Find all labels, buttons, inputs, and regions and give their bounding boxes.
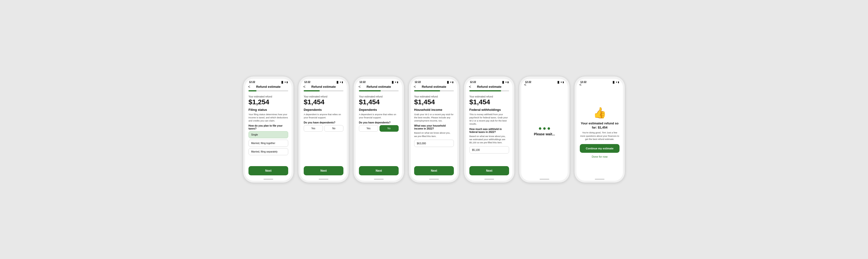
next-button-3[interactable]: Next <box>359 166 399 175</box>
nav-bar-6: < <box>521 84 568 86</box>
wifi-icon-4: ▾ <box>450 81 452 83</box>
wifi-icon-6: ▾ <box>561 81 562 83</box>
yn-row-3: Yes No <box>359 125 399 132</box>
wifi-icon-7: ▾ <box>616 81 617 83</box>
back-button-4[interactable]: < <box>414 85 416 89</box>
refund-amount-2: $1,454 <box>304 98 343 106</box>
section-desc-2: A dependent is anyone that relies on you… <box>304 113 343 119</box>
battery-icon-6: ▮ <box>563 81 564 83</box>
back-button-2[interactable]: < <box>303 85 305 89</box>
question-label-2: Do you have dependents? <box>304 121 343 124</box>
section-title-2: Dependents <box>304 108 343 112</box>
section-desc-4: Grab your W-2 or a recent pay stub for t… <box>414 113 454 122</box>
option-married-together[interactable]: Married, filing together <box>248 140 288 147</box>
next-button-1[interactable]: Next <box>248 166 288 175</box>
content-1: Your estimated refund $1,254 Filing stat… <box>245 93 291 177</box>
no-button-3[interactable]: No <box>379 125 399 132</box>
question-label-1: How do you plan to file your taxes? <box>248 124 288 130</box>
back-button-5[interactable]: < <box>469 85 471 89</box>
home-indicator-3 <box>355 177 402 181</box>
next-button-5[interactable]: Next <box>469 166 509 175</box>
phone-screen-3: 12:22 ▐▌ ▾ ▮ < Refund estimate Your esti… <box>353 76 404 183</box>
home-indicator-1 <box>245 177 291 181</box>
battery-icon: ▮ <box>286 81 288 83</box>
wifi-icon-3: ▾ <box>395 81 396 83</box>
section-title-1: Filing status <box>248 108 288 112</box>
content-2: Your estimated refund $1,454 Dependents … <box>300 93 347 177</box>
section-desc-1: Your filing status determines how your i… <box>248 113 288 122</box>
section-desc-5: This is money withheld from your paychec… <box>469 113 509 125</box>
back-button-6[interactable]: < <box>524 83 526 87</box>
dot-3 <box>548 127 550 130</box>
battery-icon-5: ▮ <box>507 81 508 83</box>
status-time-3: 12:22 <box>360 81 366 83</box>
withholdings-input-5[interactable]: $5,100 <box>469 146 509 153</box>
progress-bar-1 <box>245 89 291 93</box>
section-title-4: Household income <box>414 108 454 112</box>
phone-screen-7: 12:22 ▐▌ ▾ ▮ < 👍 Your estimated refund s… <box>574 76 625 183</box>
home-indicator-6 <box>521 177 568 181</box>
final-desc: You're doing good, Tim! Just a few more … <box>580 131 620 141</box>
content-5: Your estimated refund $1,454 Federal wit… <box>466 93 513 177</box>
phone-screen-2: 12:22 ▐▌ ▾ ▮ < Refund estimate Your esti… <box>298 76 349 183</box>
wifi-icon-2: ▾ <box>340 81 341 83</box>
final-title: Your estimated refund so far: $1,454 <box>580 121 620 130</box>
yn-row-2: Yes No <box>304 125 343 132</box>
income-input-4[interactable]: $63,000 <box>414 140 454 147</box>
phone-screen-5: 12:22 ▐▌ ▾ ▮ < Refund estimate Your esti… <box>464 76 515 183</box>
status-bar-3: 12:22 ▐▌ ▾ ▮ <box>355 79 402 84</box>
section-title-5: Federal withholdings <box>469 108 509 112</box>
option-single[interactable]: Single <box>248 131 288 138</box>
status-icons-6: ▐▌ ▾ ▮ <box>557 81 564 83</box>
next-button-2[interactable]: Next <box>304 166 343 175</box>
yes-button-2[interactable]: Yes <box>304 125 323 132</box>
yes-button-3[interactable]: Yes <box>359 125 378 132</box>
signal-icon-7: ▐▌ <box>612 81 615 83</box>
status-icons-2: ▐▌ ▾ ▮ <box>336 81 343 83</box>
signal-icon-2: ▐▌ <box>336 81 339 83</box>
refund-label-5: Your estimated refund <box>469 95 509 98</box>
option-married-separately[interactable]: Married, filing separately <box>248 148 288 155</box>
signal-icon: ▐▌ <box>281 81 284 83</box>
home-indicator-2 <box>300 177 347 181</box>
status-time-1: 12:22 <box>249 81 255 83</box>
dot-2 <box>543 127 546 130</box>
status-icons-5: ▐▌ ▾ ▮ <box>502 81 508 83</box>
option-list-1: Single Married, filing together Married,… <box>248 131 288 155</box>
battery-icon-4: ▮ <box>452 81 454 83</box>
loading-dots <box>539 127 550 130</box>
refund-label-3: Your estimated refund <box>359 95 399 98</box>
nav-title-4: Refund estimate <box>422 85 446 88</box>
refund-amount-4: $1,454 <box>414 98 454 106</box>
nav-title-5: Refund estimate <box>477 85 501 88</box>
battery-icon-2: ▮ <box>342 81 343 83</box>
status-icons-1: ▐▌ ▾ ▮ <box>281 81 288 83</box>
nav-bar-2: < Refund estimate <box>300 84 347 89</box>
nav-title-2: Refund estimate <box>311 85 336 88</box>
content-4: Your estimated refund $1,454 Household i… <box>411 93 457 177</box>
nav-bar-3: < Refund estimate <box>355 84 402 89</box>
loading-text: Please wait... <box>534 132 555 136</box>
back-button-1[interactable]: < <box>248 85 250 89</box>
back-button-7[interactable]: < <box>579 83 582 87</box>
signal-icon-3: ▐▌ <box>391 81 394 83</box>
status-bar-7: 12:22 ▐▌ ▾ ▮ <box>577 79 623 84</box>
question-label-3: Do you have dependents? <box>359 121 399 124</box>
back-button-3[interactable]: < <box>359 85 361 89</box>
no-button-2[interactable]: No <box>324 125 343 132</box>
refund-label-1: Your estimated refund <box>248 95 288 98</box>
section-title-3: Dependents <box>359 108 399 112</box>
next-button-4[interactable]: Next <box>414 166 454 175</box>
status-icons-3: ▐▌ ▾ ▮ <box>391 81 398 83</box>
done-for-now-button[interactable]: Done for now <box>592 155 608 158</box>
status-time-5: 12:22 <box>470 81 476 83</box>
progress-bar-3 <box>355 89 402 93</box>
nav-bar-5: < Refund estimate <box>466 84 513 89</box>
status-bar-6: 12:22 ▐▌ ▾ ▮ <box>521 79 568 84</box>
wifi-icon: ▾ <box>285 81 286 83</box>
home-indicator-5 <box>466 177 513 181</box>
nav-bar-1: < Refund estimate <box>245 84 291 89</box>
status-bar-4: 12:22 ▐▌ ▾ ▮ <box>411 79 457 84</box>
continue-button[interactable]: Continue my estimate <box>580 144 620 153</box>
status-icons-4: ▐▌ ▾ ▮ <box>446 81 454 83</box>
